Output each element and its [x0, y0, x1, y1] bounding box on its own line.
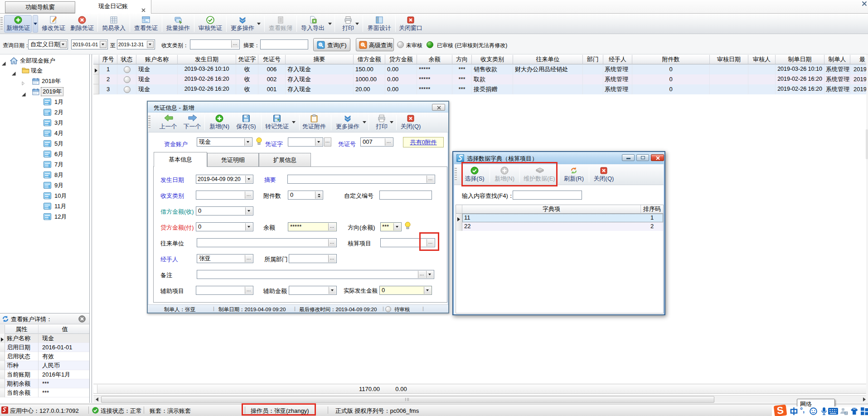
svg-text:S: S: [776, 405, 785, 416]
svg-text:2: 2: [845, 411, 847, 415]
